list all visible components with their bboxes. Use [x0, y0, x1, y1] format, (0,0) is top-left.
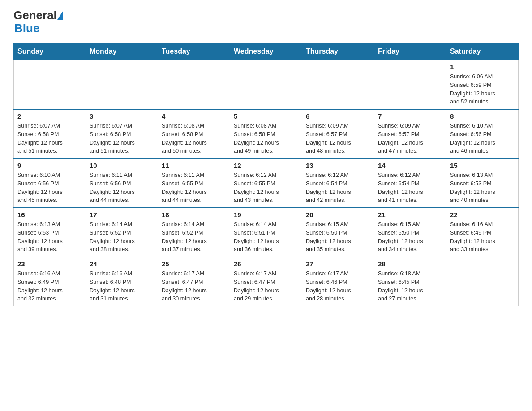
calendar-cell [86, 60, 158, 110]
day-info: Sunrise: 6:14 AMSunset: 6:52 PMDaylight:… [162, 220, 226, 254]
day-number: 28 [378, 260, 442, 268]
day-info: Sunrise: 6:06 AMSunset: 6:59 PMDaylight:… [450, 73, 515, 106]
calendar-week-row: 2Sunrise: 6:07 AMSunset: 6:58 PMDaylight… [14, 109, 519, 158]
day-number: 15 [450, 162, 515, 169]
day-number: 8 [450, 112, 515, 120]
calendar-cell: 1Sunrise: 6:06 AMSunset: 6:59 PMDaylight… [446, 60, 519, 110]
day-info: Sunrise: 6:13 AMSunset: 6:53 PMDaylight:… [450, 171, 515, 205]
calendar-cell [374, 60, 446, 110]
calendar-cell: 15Sunrise: 6:13 AMSunset: 6:53 PMDayligh… [446, 158, 519, 208]
weekday-header-sunday: Sunday [14, 43, 86, 60]
calendar-cell [302, 60, 374, 110]
day-info: Sunrise: 6:09 AMSunset: 6:57 PMDaylight:… [306, 122, 370, 155]
day-info: Sunrise: 6:15 AMSunset: 6:50 PMDaylight:… [378, 220, 442, 254]
weekday-header-wednesday: Wednesday [230, 43, 302, 60]
day-number: 3 [90, 112, 154, 120]
weekday-header-row: SundayMondayTuesdayWednesdayThursdayFrid… [14, 43, 519, 60]
calendar-cell: 18Sunrise: 6:14 AMSunset: 6:52 PMDayligh… [158, 208, 230, 257]
day-info: Sunrise: 6:08 AMSunset: 6:58 PMDaylight:… [234, 122, 298, 155]
calendar-cell: 13Sunrise: 6:12 AMSunset: 6:54 PMDayligh… [302, 158, 374, 208]
day-number: 5 [234, 112, 298, 120]
day-number: 2 [17, 112, 82, 120]
day-number: 10 [90, 162, 154, 169]
day-info: Sunrise: 6:17 AMSunset: 6:47 PMDaylight:… [234, 270, 298, 303]
day-number: 23 [17, 260, 82, 268]
day-info: Sunrise: 6:12 AMSunset: 6:54 PMDaylight:… [306, 171, 370, 205]
day-number: 24 [90, 260, 154, 268]
day-number: 7 [378, 112, 442, 120]
logo-general-text: General [13, 9, 57, 22]
weekday-header-saturday: Saturday [446, 43, 519, 60]
day-info: Sunrise: 6:07 AMSunset: 6:58 PMDaylight:… [17, 122, 82, 155]
calendar-cell: 5Sunrise: 6:08 AMSunset: 6:58 PMDaylight… [230, 109, 302, 158]
day-number: 13 [306, 162, 370, 169]
logo: General Blue [13, 9, 63, 34]
calendar-cell: 26Sunrise: 6:17 AMSunset: 6:47 PMDayligh… [230, 257, 302, 306]
day-info: Sunrise: 6:09 AMSunset: 6:57 PMDaylight:… [378, 122, 442, 155]
logo-blue-text: Blue [14, 21, 39, 35]
day-number: 20 [306, 211, 370, 218]
day-info: Sunrise: 6:11 AMSunset: 6:55 PMDaylight:… [162, 171, 226, 205]
calendar-cell: 20Sunrise: 6:15 AMSunset: 6:50 PMDayligh… [302, 208, 374, 257]
day-info: Sunrise: 6:12 AMSunset: 6:55 PMDaylight:… [234, 171, 298, 205]
calendar-cell: 25Sunrise: 6:17 AMSunset: 6:47 PMDayligh… [158, 257, 230, 306]
day-number: 4 [162, 112, 226, 120]
calendar-table: SundayMondayTuesdayWednesdayThursdayFrid… [13, 43, 519, 306]
day-info: Sunrise: 6:14 AMSunset: 6:52 PMDaylight:… [90, 220, 154, 254]
day-number: 14 [378, 162, 442, 169]
calendar-cell: 7Sunrise: 6:09 AMSunset: 6:57 PMDaylight… [374, 109, 446, 158]
logo-triangle-icon [57, 11, 63, 20]
day-number: 9 [17, 162, 82, 169]
weekday-header-thursday: Thursday [302, 43, 374, 60]
day-number: 18 [162, 211, 226, 218]
calendar-cell: 17Sunrise: 6:14 AMSunset: 6:52 PMDayligh… [86, 208, 158, 257]
calendar-cell [446, 257, 519, 306]
weekday-header-monday: Monday [86, 43, 158, 60]
weekday-header-tuesday: Tuesday [158, 43, 230, 60]
day-number: 1 [450, 63, 515, 71]
calendar-cell: 19Sunrise: 6:14 AMSunset: 6:51 PMDayligh… [230, 208, 302, 257]
header: General Blue [13, 9, 519, 34]
calendar-cell: 23Sunrise: 6:16 AMSunset: 6:49 PMDayligh… [14, 257, 86, 306]
calendar-cell: 16Sunrise: 6:13 AMSunset: 6:53 PMDayligh… [14, 208, 86, 257]
calendar-cell: 4Sunrise: 6:08 AMSunset: 6:58 PMDaylight… [158, 109, 230, 158]
calendar-cell: 9Sunrise: 6:10 AMSunset: 6:56 PMDaylight… [14, 158, 86, 208]
day-info: Sunrise: 6:16 AMSunset: 6:48 PMDaylight:… [90, 270, 154, 303]
calendar-cell: 24Sunrise: 6:16 AMSunset: 6:48 PMDayligh… [86, 257, 158, 306]
day-number: 25 [162, 260, 226, 268]
calendar-cell: 12Sunrise: 6:12 AMSunset: 6:55 PMDayligh… [230, 158, 302, 208]
day-number: 6 [306, 112, 370, 120]
calendar-cell: 14Sunrise: 6:12 AMSunset: 6:54 PMDayligh… [374, 158, 446, 208]
day-info: Sunrise: 6:18 AMSunset: 6:45 PMDaylight:… [378, 270, 442, 303]
day-number: 22 [450, 211, 515, 218]
day-number: 16 [17, 211, 82, 218]
weekday-header-friday: Friday [374, 43, 446, 60]
day-info: Sunrise: 6:15 AMSunset: 6:50 PMDaylight:… [306, 220, 370, 254]
day-number: 26 [234, 260, 298, 268]
day-info: Sunrise: 6:16 AMSunset: 6:49 PMDaylight:… [17, 270, 82, 303]
day-number: 21 [378, 211, 442, 218]
calendar-cell: 8Sunrise: 6:10 AMSunset: 6:56 PMDaylight… [446, 109, 519, 158]
calendar-cell [158, 60, 230, 110]
day-info: Sunrise: 6:12 AMSunset: 6:54 PMDaylight:… [378, 171, 442, 205]
day-info: Sunrise: 6:16 AMSunset: 6:49 PMDaylight:… [450, 220, 515, 254]
day-info: Sunrise: 6:17 AMSunset: 6:47 PMDaylight:… [162, 270, 226, 303]
day-number: 19 [234, 211, 298, 218]
day-info: Sunrise: 6:13 AMSunset: 6:53 PMDaylight:… [17, 220, 82, 254]
calendar-cell: 22Sunrise: 6:16 AMSunset: 6:49 PMDayligh… [446, 208, 519, 257]
calendar-cell [14, 60, 86, 110]
calendar-cell: 28Sunrise: 6:18 AMSunset: 6:45 PMDayligh… [374, 257, 446, 306]
day-info: Sunrise: 6:07 AMSunset: 6:58 PMDaylight:… [90, 122, 154, 155]
calendar-cell: 3Sunrise: 6:07 AMSunset: 6:58 PMDaylight… [86, 109, 158, 158]
day-info: Sunrise: 6:11 AMSunset: 6:56 PMDaylight:… [90, 171, 154, 205]
day-info: Sunrise: 6:10 AMSunset: 6:56 PMDaylight:… [17, 171, 82, 205]
day-info: Sunrise: 6:10 AMSunset: 6:56 PMDaylight:… [450, 122, 515, 155]
day-info: Sunrise: 6:08 AMSunset: 6:58 PMDaylight:… [162, 122, 226, 155]
calendar-cell: 10Sunrise: 6:11 AMSunset: 6:56 PMDayligh… [86, 158, 158, 208]
day-number: 27 [306, 260, 370, 268]
calendar-cell: 2Sunrise: 6:07 AMSunset: 6:58 PMDaylight… [14, 109, 86, 158]
day-number: 17 [90, 211, 154, 218]
calendar-week-row: 1Sunrise: 6:06 AMSunset: 6:59 PMDaylight… [14, 60, 519, 110]
calendar-cell [230, 60, 302, 110]
calendar-week-row: 23Sunrise: 6:16 AMSunset: 6:49 PMDayligh… [14, 257, 519, 306]
